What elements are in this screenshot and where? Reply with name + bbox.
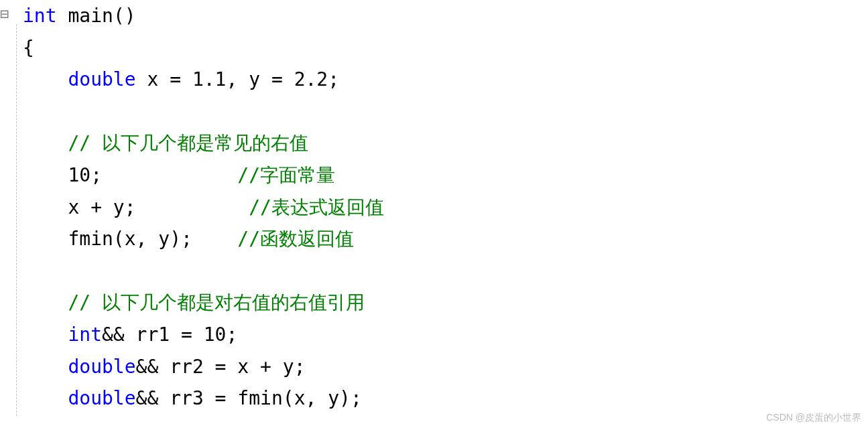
comment-token: //函数返回值 <box>237 228 354 250</box>
identifier-token: fmin <box>23 228 113 250</box>
punct-token: ); <box>170 228 192 250</box>
comment-token: // 以下几个都是对右值的右值引用 <box>68 291 365 313</box>
whitespace-token <box>23 164 68 186</box>
punct-token: && <box>136 356 159 378</box>
code-line-blank <box>23 255 868 287</box>
number-token: 10 <box>204 324 227 346</box>
code-line: 10; //字面常量 <box>23 159 868 192</box>
punct-token: ; <box>328 68 339 90</box>
punct-token: , <box>226 68 249 90</box>
punct-token: = <box>215 387 227 409</box>
code-block: int main() { double x = 1.1, y = 2.2; //… <box>0 0 868 415</box>
keyword-token: int <box>68 324 102 346</box>
code-line: int main() <box>23 0 868 32</box>
whitespace-token <box>283 68 294 90</box>
comment-token: //字面常量 <box>237 164 335 186</box>
code-line-blank <box>23 96 868 128</box>
keyword-token: int <box>23 5 57 27</box>
punct-token: = <box>271 68 283 90</box>
identifier-token: fmin <box>226 387 282 409</box>
code-editor: ⊟ int main() { double x = 1.1, y = 2.2; … <box>0 0 868 420</box>
number-token: 10 <box>68 164 90 186</box>
keyword-token: double <box>68 356 135 378</box>
punct-token: = <box>170 68 181 90</box>
identifier-token: y <box>328 387 339 409</box>
watermark-text: CSDN @皮蛋的小世界 <box>766 410 861 420</box>
whitespace-token <box>23 132 68 154</box>
comment-token: // 以下几个都是常见的右值 <box>68 132 308 154</box>
code-line: double&& rr2 = x + y; <box>23 351 868 383</box>
code-line: double x = 1.1, y = 2.2; <box>23 64 868 96</box>
identifier-token: main <box>57 5 113 27</box>
punct-token: && <box>136 387 159 409</box>
punct-token: ); <box>339 387 362 409</box>
identifier-token: y <box>102 196 125 218</box>
punct-token: ; <box>294 356 306 378</box>
punct-token: ( <box>283 387 294 409</box>
punct-token: = <box>215 356 227 378</box>
punct-token: , <box>305 387 328 409</box>
number-token: 1.1 <box>192 68 227 90</box>
code-line: { <box>23 32 868 64</box>
whitespace-token <box>23 68 68 90</box>
identifier-token: x <box>226 356 260 378</box>
identifier-token: y <box>249 68 271 90</box>
code-line: fmin(x, y); //函数返回值 <box>23 223 868 255</box>
punct-token: , <box>136 228 159 250</box>
code-line: int&& rr1 = 10; <box>23 319 868 351</box>
punct-token: () <box>113 5 136 27</box>
code-line: x + y; //表达式返回值 <box>23 192 868 224</box>
identifier-token: y <box>158 228 170 250</box>
fold-marker-icon[interactable]: ⊟ <box>0 1 9 26</box>
punct-token: { <box>23 37 34 59</box>
whitespace-token <box>23 387 68 409</box>
whitespace-token <box>23 324 68 346</box>
punct-token: = <box>181 324 192 346</box>
keyword-token: double <box>68 387 135 409</box>
punct-token: ( <box>113 228 125 250</box>
identifier-token: x <box>23 196 90 218</box>
keyword-token: double <box>68 68 135 90</box>
whitespace-token <box>192 228 237 250</box>
number-token: 2.2 <box>294 68 328 90</box>
whitespace-token <box>192 324 204 346</box>
identifier-token: rr2 <box>158 356 214 378</box>
indent-guide <box>16 24 17 416</box>
whitespace-token <box>102 164 237 186</box>
identifier-token: x <box>125 228 136 250</box>
comment-token: //表达式返回值 <box>249 196 384 218</box>
identifier-token: x <box>294 387 306 409</box>
punct-token: + <box>90 196 102 218</box>
whitespace-token <box>136 196 249 218</box>
identifier-token: y <box>271 356 294 378</box>
punct-token: ; <box>90 164 102 186</box>
code-line: // 以下几个都是对右值的右值引用 <box>23 287 868 319</box>
whitespace-token <box>23 356 68 378</box>
whitespace-token <box>23 291 68 313</box>
identifier-token: rr3 <box>158 387 214 409</box>
code-line: double&& rr3 = fmin(x, y); <box>23 382 868 415</box>
punct-token: && <box>102 324 125 346</box>
code-line: // 以下几个都是常见的右值 <box>23 127 868 159</box>
whitespace-token <box>181 68 192 90</box>
punct-token: ; <box>125 196 136 218</box>
identifier-token: rr1 <box>125 324 181 346</box>
identifier-token: x <box>136 68 170 90</box>
punct-token: ; <box>226 324 237 346</box>
punct-token: + <box>260 356 271 378</box>
